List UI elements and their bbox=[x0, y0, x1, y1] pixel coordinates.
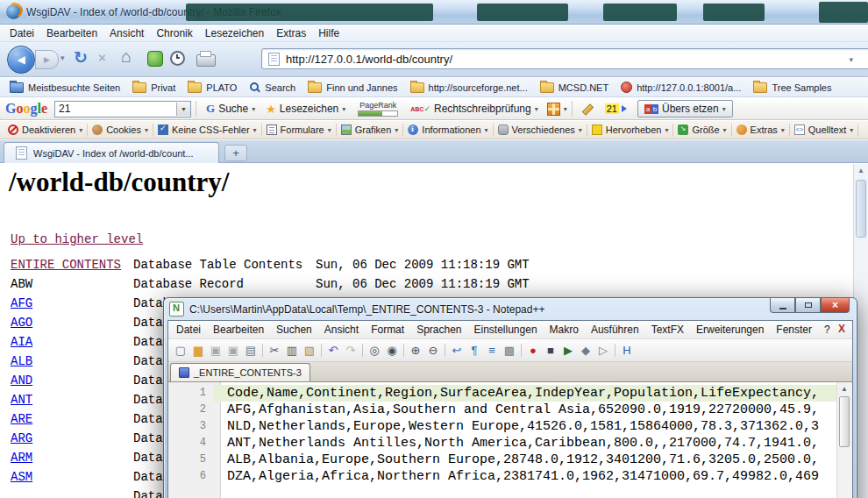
bookmark-item[interactable]: Finn und Jannes bbox=[302, 81, 403, 95]
gift-icon[interactable] bbox=[547, 103, 560, 116]
print-icon[interactable]: ▤ bbox=[242, 343, 260, 359]
chevron-down-icon[interactable] bbox=[176, 103, 190, 116]
reload-button[interactable] bbox=[74, 47, 88, 68]
menu-item[interactable]: Datei bbox=[4, 25, 40, 41]
spellcheck-button[interactable]: ABC Rechtschreibprüfung bbox=[405, 101, 543, 117]
play-macro-icon[interactable]: ▶ bbox=[559, 343, 577, 359]
dir-entry-link[interactable]: ARG bbox=[11, 429, 32, 448]
maximize-button[interactable] bbox=[795, 298, 821, 313]
indent-guide-icon[interactable]: ≡ bbox=[483, 343, 501, 359]
menu-item[interactable]: TextFX bbox=[645, 322, 690, 338]
highlight-widget[interactable]: 21 bbox=[605, 103, 627, 114]
copy-icon[interactable]: ▥ bbox=[283, 343, 301, 359]
editor-scrollbar[interactable] bbox=[836, 382, 851, 498]
google-search-button[interactable]: G Suche bbox=[201, 100, 260, 117]
google-bookmarks-button[interactable]: Lesezeichen bbox=[260, 101, 351, 117]
bookmark-item[interactable]: http://sourceforge.net... bbox=[404, 81, 534, 95]
devtoolbar-item[interactable]: Cookies bbox=[88, 123, 153, 137]
line-text[interactable]: DZA,Algeria,Africa,Northern Africa,23817… bbox=[213, 468, 836, 485]
home-button[interactable] bbox=[121, 46, 132, 67]
url-bar[interactable]: http://127.0.0.1/world-db/country/ bbox=[261, 48, 868, 69]
bookmark-item[interactable]: Search bbox=[243, 80, 302, 95]
devtoolbar-item[interactable]: Formulare bbox=[262, 123, 336, 137]
devtoolbar-item[interactable]: Grafiken bbox=[337, 123, 403, 137]
show-all-chars-icon[interactable]: ¶ bbox=[466, 343, 483, 359]
cut-icon[interactable]: ✂ bbox=[266, 343, 283, 359]
menu-item[interactable]: Bearbeiten bbox=[207, 322, 270, 338]
bookmark-item[interactable]: PLATO bbox=[181, 81, 243, 95]
word-wrap-icon[interactable]: ↩ bbox=[448, 343, 466, 359]
close-button[interactable] bbox=[821, 298, 850, 313]
dir-entry-link[interactable]: AIA bbox=[11, 332, 32, 352]
devtoolbar-item[interactable]: Quelltext bbox=[790, 123, 857, 137]
run-icon[interactable]: ▷ bbox=[594, 343, 612, 359]
devtoolbar-item[interactable]: Größe bbox=[673, 123, 730, 137]
dir-entry-link[interactable]: ANT bbox=[11, 390, 32, 409]
history-dropdown-icon[interactable] bbox=[60, 53, 65, 62]
menu-item[interactable]: Erweiterungen bbox=[690, 322, 770, 338]
menu-item[interactable]: Sprachen bbox=[410, 322, 467, 338]
scrollbar-thumb[interactable] bbox=[839, 396, 850, 447]
menu-item[interactable]: Bearbeiten bbox=[40, 25, 103, 41]
stop-macro-icon[interactable]: ■ bbox=[542, 343, 559, 359]
open-folder-icon[interactable]: ▆ bbox=[189, 343, 207, 359]
notepad-titlebar[interactable]: C:\Users\Martin\AppData\Local\Temp\_ENTI… bbox=[164, 298, 857, 320]
replace-icon[interactable]: ◉ bbox=[383, 343, 401, 359]
print-icon[interactable] bbox=[196, 54, 216, 67]
menu-item[interactable]: ? bbox=[818, 322, 836, 338]
menu-item[interactable]: Chronik bbox=[150, 25, 198, 41]
undo-icon[interactable]: ↶ bbox=[324, 343, 342, 359]
menu-item[interactable]: Ausführen bbox=[585, 322, 645, 338]
devtoolbar-item[interactable]: Keine CSS-Fehler bbox=[153, 123, 261, 137]
dir-entry-link[interactable]: ARE bbox=[11, 409, 32, 429]
line-text[interactable]: AFG,Afghanistan,Asia,Southern and Centra… bbox=[213, 402, 836, 418]
devtoolbar-item[interactable]: Verschiedenes bbox=[494, 123, 587, 137]
dir-entry-link[interactable]: AGO bbox=[11, 313, 32, 332]
devtoolbar-item[interactable]: Informationen bbox=[403, 123, 492, 137]
bookmark-item[interactable]: Privat bbox=[126, 81, 181, 95]
pagerank-widget[interactable]: PageRank bbox=[358, 101, 398, 117]
chevron-down-icon[interactable] bbox=[564, 105, 567, 113]
editor[interactable]: 1 Code,Name,Continent,Region,SurfaceArea… bbox=[169, 381, 851, 498]
record-macro-icon[interactable]: ● bbox=[524, 343, 542, 359]
menu-item[interactable]: Lesezeichen bbox=[199, 25, 270, 41]
addon-green-icon[interactable] bbox=[147, 51, 163, 67]
stop-button[interactable] bbox=[98, 50, 106, 65]
minimize-button[interactable] bbox=[770, 298, 795, 313]
scroll-up-icon[interactable] bbox=[837, 382, 851, 393]
dir-entry-link[interactable]: ARM bbox=[11, 448, 32, 467]
url-text[interactable]: http://127.0.0.1/world-db/country/ bbox=[286, 53, 452, 66]
dir-entry-link[interactable]: ALB bbox=[11, 352, 32, 371]
devtoolbar-item[interactable]: Hervorheben bbox=[587, 123, 673, 137]
up-link[interactable]: Up to higher level bbox=[11, 232, 143, 246]
find-icon[interactable]: ◎ bbox=[366, 343, 383, 359]
html-preview-icon[interactable]: H bbox=[618, 343, 636, 359]
back-button[interactable] bbox=[7, 46, 35, 74]
autofill-pencil-icon[interactable] bbox=[582, 103, 594, 115]
save-macro-icon[interactable]: ◆ bbox=[577, 343, 594, 359]
menu-item[interactable]: Suchen bbox=[270, 322, 318, 338]
bookmark-item[interactable]: Tree Samples bbox=[747, 81, 837, 95]
firefox-titlebar[interactable]: WsgiDAV - Index of /world-db/country/ - … bbox=[0, 0, 868, 25]
close-document-icon[interactable]: X bbox=[838, 323, 845, 335]
line-text[interactable]: Code,Name,Continent,Region,SurfaceArea,I… bbox=[213, 385, 836, 402]
menu-item[interactable]: Extras bbox=[270, 25, 312, 41]
menu-item[interactable]: Ansicht bbox=[318, 322, 365, 338]
doc-switch-icon[interactable]: ▩ bbox=[501, 343, 518, 359]
forward-button[interactable] bbox=[35, 50, 59, 69]
line-text[interactable]: ANT,Netherlands Antilles,North America,C… bbox=[213, 435, 836, 452]
menu-item[interactable]: Format bbox=[365, 322, 410, 338]
google-search-input[interactable]: 21 bbox=[54, 101, 191, 117]
browser-tab[interactable]: WsgiDAV - Index of /world-db/count... bbox=[4, 142, 219, 163]
zoom-out-icon[interactable]: ⊖ bbox=[424, 343, 442, 359]
paste-icon[interactable]: ▧ bbox=[301, 343, 318, 359]
save-all-icon[interactable]: ▣ bbox=[224, 343, 242, 359]
dir-entry-link[interactable]: ASM bbox=[11, 467, 32, 487]
menu-item[interactable]: Fenster bbox=[770, 322, 818, 338]
save-icon[interactable]: ▣ bbox=[207, 343, 224, 359]
menu-item[interactable]: Hilfe bbox=[312, 25, 345, 41]
new-tab-button[interactable]: + bbox=[224, 145, 247, 161]
line-text[interactable]: NLD,Netherlands,Europe,Western Europe,41… bbox=[213, 418, 836, 435]
translate-button[interactable]: Übers etzen bbox=[637, 100, 733, 117]
bookmark-item[interactable]: http://127.0.0.1:8001/a... bbox=[615, 80, 747, 95]
